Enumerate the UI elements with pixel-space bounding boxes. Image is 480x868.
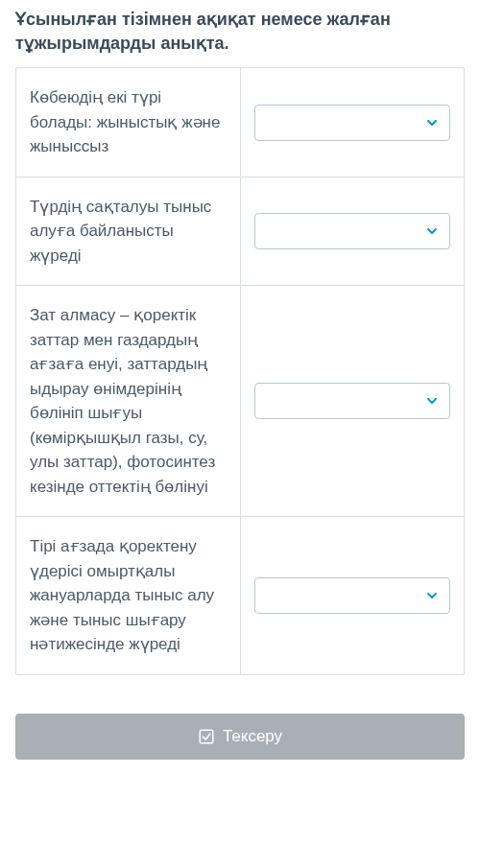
chevron-down-icon [424,223,440,239]
statement-text: Түрдің сақталуы тыныс алуға байланысты ж… [16,177,241,286]
table-row: Түрдің сақталуы тыныс алуға байланысты ж… [16,177,464,287]
table-row: Зат алмасу – қоректік заттар мен газдард… [16,286,464,517]
chevron-down-icon [424,115,440,130]
submit-button[interactable]: Тексеру [15,714,465,760]
statement-text: Көбеюдің екі түрі болады: жыныстық және … [16,68,241,176]
statements-table: Көбеюдің екі түрі болады: жыныстық және … [15,67,465,675]
submit-button-label: Тексеру [223,727,282,746]
dropdown-cell [241,286,465,516]
svg-rect-0 [200,730,213,743]
check-icon [198,728,215,745]
answer-dropdown[interactable] [254,577,451,614]
statement-text: Зат алмасу – қоректік заттар мен газдард… [16,286,241,516]
question-title: Ұсынылған тізімнен ақиқат немесе жалған … [15,8,465,56]
table-row: Тірі ағзада қоректену үдерісі омыртқалы … [16,517,464,674]
chevron-down-icon [424,393,440,409]
answer-dropdown[interactable] [254,383,451,419]
dropdown-cell [241,68,465,176]
dropdown-cell [241,517,465,674]
answer-dropdown[interactable] [254,105,451,141]
answer-dropdown[interactable] [254,213,451,249]
table-row: Көбеюдің екі түрі болады: жыныстық және … [16,68,464,177]
chevron-down-icon [424,588,440,603]
statement-text: Тірі ағзада қоректену үдерісі омыртқалы … [16,517,241,674]
dropdown-cell [241,177,465,286]
